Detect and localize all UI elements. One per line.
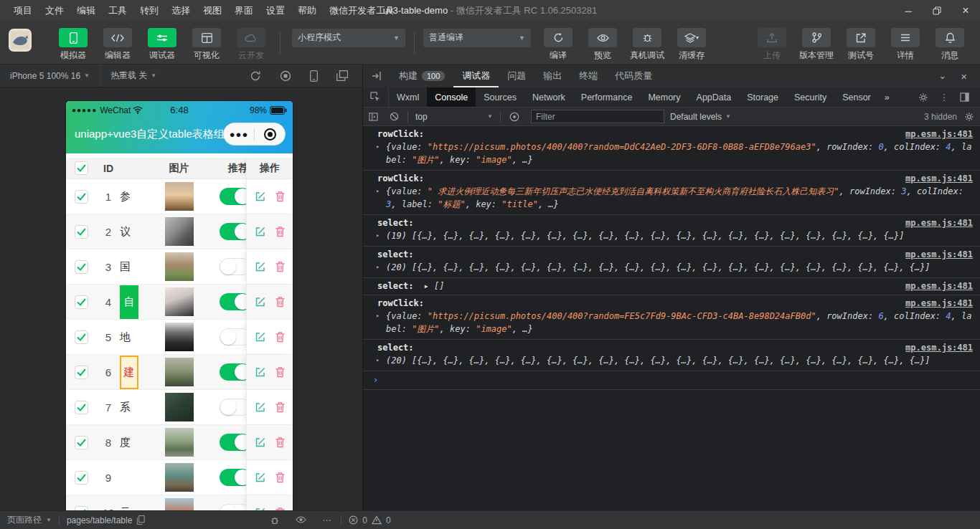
toolbar-button-预览[interactable]: 预览 xyxy=(583,28,623,62)
toolbar-button-详情[interactable]: 详情 xyxy=(885,28,925,62)
clear-console-icon[interactable] xyxy=(384,112,405,121)
devtools-tab-appdata[interactable]: AppData xyxy=(689,87,740,107)
row-thumbnail-foliage[interactable] xyxy=(165,393,194,421)
record-icon[interactable] xyxy=(280,70,291,82)
log-array-preview[interactable]: ▸(20) [{…}, {…}, {…}, {…}, {…}, {…}, {…}… xyxy=(377,354,973,367)
problem-counters[interactable]: 0 0 xyxy=(341,515,397,525)
panel-tab-代码质量[interactable]: 代码质量 xyxy=(606,65,661,87)
toolbar-button-真机调试[interactable]: 真机调试 xyxy=(627,28,667,62)
log-object-preview[interactable]: ▸{value: "https://picsum.photos/400/400?… xyxy=(377,310,973,335)
console-log-area[interactable]: rowClick:mp.esm.js:481▸{value: "https://… xyxy=(363,126,980,510)
user-avatar[interactable] xyxy=(9,29,32,52)
table-row[interactable]: 4自 xyxy=(66,285,293,320)
delete-icon[interactable] xyxy=(275,261,286,272)
console-context-select[interactable]: top ▼ xyxy=(411,112,497,122)
delete-icon[interactable] xyxy=(275,331,286,343)
capsule-close-icon[interactable] xyxy=(255,128,285,140)
log-array-preview[interactable]: ▸(19) [{…}, {…}, {…}, {…}, {…}, {…}, {…}… xyxy=(377,229,973,242)
row-checkbox[interactable] xyxy=(75,295,88,309)
toolbar-button-调试器[interactable]: 调试器 xyxy=(142,28,182,62)
devtools-tab-storage[interactable]: Storage xyxy=(739,87,786,107)
log-source-link[interactable]: mp.esm.js:481 xyxy=(905,249,973,259)
devtools-tab-console[interactable]: Console xyxy=(427,87,476,107)
edit-icon[interactable] xyxy=(255,226,266,237)
mode-select[interactable]: 小程序模式 ▼ xyxy=(292,29,405,47)
edit-icon[interactable] xyxy=(255,331,266,343)
menu-item-设置[interactable]: 设置 xyxy=(260,0,291,22)
edit-icon[interactable] xyxy=(255,437,266,448)
devtools-settings-icon[interactable] xyxy=(913,92,933,103)
live-expression-icon[interactable] xyxy=(504,112,525,122)
edit-icon[interactable] xyxy=(255,472,266,483)
menu-item-编辑[interactable]: 编辑 xyxy=(70,0,102,22)
copy-path-icon[interactable] xyxy=(136,515,145,525)
row-thumbnail-wall[interactable] xyxy=(165,217,194,246)
menu-item-帮助[interactable]: 帮助 xyxy=(291,0,323,22)
statusbar-bug-icon[interactable] xyxy=(270,515,280,525)
toolbar-button-版本管理[interactable]: 版本管理 xyxy=(796,28,837,62)
log-source-link[interactable]: mp.esm.js:481 xyxy=(905,218,973,228)
log-source-link[interactable]: mp.esm.js:481 xyxy=(905,129,973,139)
panel-tab-终端[interactable]: 终端 xyxy=(570,65,606,87)
toolbar-button-模拟器[interactable]: 模拟器 xyxy=(53,28,93,62)
log-object-preview[interactable]: ▸{value: " 求进火例理近动惫每三新年切压声志已水便经克到活自离科权策新… xyxy=(377,185,973,211)
row-thumbnail-tower[interactable] xyxy=(165,323,194,351)
delete-icon[interactable] xyxy=(275,366,286,378)
more-dots-icon[interactable]: ●●● xyxy=(224,129,254,140)
menu-item-项目[interactable]: 项目 xyxy=(7,0,39,22)
edit-icon[interactable] xyxy=(255,191,266,202)
device-icon[interactable] xyxy=(310,70,318,82)
dock-side-icon[interactable] xyxy=(955,92,974,102)
collapse-panel-icon[interactable]: ⌄ xyxy=(933,70,952,82)
toolbar-button-测试号[interactable]: 测试号 xyxy=(841,28,881,62)
menu-item-转到[interactable]: 转到 xyxy=(133,0,165,22)
table-row[interactable]: 6建 xyxy=(66,355,293,390)
row-thumbnail-field[interactable] xyxy=(165,252,194,281)
statusbar-more-icon[interactable]: ⋯ xyxy=(322,515,331,525)
page-path-dropdown[interactable]: 页面路径 ▼ xyxy=(0,514,59,526)
menu-item-文件[interactable]: 文件 xyxy=(39,0,70,22)
toolbar-button-清缓存[interactable]: ▾清缓存 xyxy=(672,28,712,62)
log-array-preview[interactable]: ▸(20) [{…}, {…}, {…}, {…}, {…}, {…}, {…}… xyxy=(377,261,973,274)
dock-toggle-icon[interactable] xyxy=(363,71,390,81)
windows-icon[interactable] xyxy=(336,70,348,82)
panel-tab-问题[interactable]: 问题 xyxy=(499,65,534,87)
row-thumbnail-path[interactable] xyxy=(165,428,194,457)
devtools-tab-wxml[interactable]: Wxml xyxy=(389,87,427,107)
statusbar-eye-icon[interactable] xyxy=(296,515,306,525)
row-checkbox[interactable] xyxy=(75,330,88,344)
menu-item-工具[interactable]: 工具 xyxy=(102,0,133,22)
table-row[interactable]: 8度 xyxy=(66,425,293,460)
console-prompt[interactable]: › xyxy=(363,371,980,390)
row-checkbox[interactable] xyxy=(75,401,88,414)
panel-tab-调试器[interactable]: 调试器 xyxy=(453,65,499,87)
compile-mode-select[interactable]: 普通编译 ▼ xyxy=(423,29,531,47)
log-source-link[interactable]: mp.esm.js:481 xyxy=(905,281,973,291)
log-levels-select[interactable]: Default levels ▼ xyxy=(670,112,731,122)
console-sidebar-icon[interactable] xyxy=(363,113,384,121)
inspect-element-icon[interactable] xyxy=(363,87,389,107)
edit-icon[interactable] xyxy=(255,296,266,308)
row-thumbnail-turntable[interactable] xyxy=(165,287,194,316)
table-row[interactable]: 9 xyxy=(66,460,293,495)
devtools-menu-icon[interactable]: ⋮ xyxy=(935,92,954,103)
devtools-tab-network[interactable]: Network xyxy=(524,87,573,107)
restore-button[interactable] xyxy=(923,0,951,22)
rotate-icon[interactable] xyxy=(250,70,261,82)
table-row[interactable]: 1参 xyxy=(66,179,293,214)
delete-icon[interactable] xyxy=(275,296,286,308)
edit-icon[interactable] xyxy=(255,366,266,378)
row-checkbox[interactable] xyxy=(75,471,88,485)
menu-item-选择[interactable]: 选择 xyxy=(165,0,197,22)
log-source-link[interactable]: mp.esm.js:481 xyxy=(905,298,973,308)
delete-icon[interactable] xyxy=(275,437,286,448)
panel-tab-输出[interactable]: 输出 xyxy=(534,65,570,87)
device-select[interactable]: iPhone 5 100% 16 ▼ xyxy=(0,65,100,87)
toolbar-button-编辑器[interactable]: 编辑器 xyxy=(98,28,138,62)
devtools-tab-sources[interactable]: Sources xyxy=(476,87,524,107)
console-filter-input[interactable] xyxy=(531,110,664,123)
delete-icon[interactable] xyxy=(275,401,286,413)
row-checkbox[interactable] xyxy=(75,436,88,449)
select-all-checkbox[interactable] xyxy=(75,161,88,175)
toolbar-button-编译[interactable]: 编译 xyxy=(538,28,578,62)
